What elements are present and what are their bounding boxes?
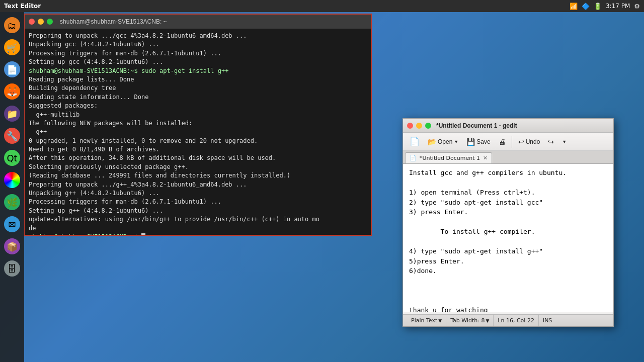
toolbar-separator [512, 136, 512, 148]
content-line-13 [409, 286, 607, 296]
insert-mode: INS [539, 315, 556, 326]
gedit-window: *Untitled Document 1 - gedit 📄 📂 Open ▼ … [403, 118, 614, 327]
open-button[interactable]: 📂 Open ▼ [424, 135, 462, 149]
bluetooth-icon: 🔷 [582, 3, 590, 10]
content-line-14 [409, 296, 607, 306]
content-line-9: 4) type "sudo apt-get install g++" [409, 246, 607, 256]
terminal-line-1: Preparing to unpack .../gcc_4%3a4.8.2-1u… [29, 32, 367, 40]
sidebar-item-files[interactable]: 🗂 [2, 15, 22, 35]
content-line-4: 2) type "sudo apt-get install gcc" [409, 198, 607, 208]
terminal-body[interactable]: Preparing to unpack .../gcc_4%3a4.8.2-1u… [25, 29, 371, 235]
settings-icon[interactable]: ⚙ [634, 3, 640, 10]
gedit-toolbar: 📄 📂 Open ▼ 💾 Save 🖨 ↩ Undo ↪ [403, 133, 613, 151]
sidebar-item-app1[interactable]: 🔧 [2, 126, 22, 146]
terminal-titlebar: shubham@shubham-SVE1513ACNB: ~ [25, 15, 371, 29]
save-button[interactable]: 💾 Save [463, 135, 494, 149]
taskbar-title: Text Editor [4, 3, 41, 10]
language-selector[interactable]: Plain Text ▼ [407, 315, 446, 326]
sidebar-item-color[interactable] [2, 170, 22, 190]
gedit-max-button[interactable] [425, 123, 431, 129]
terminal-line-17: (Reading database ... 249991 files and d… [29, 171, 367, 180]
gedit-close-button[interactable] [407, 123, 413, 129]
content-line-3: 1) open terminal (Press ctrl+t). [409, 188, 607, 198]
terminal-line-14: Need to get 0 B/1,490 B of archives. [29, 145, 367, 154]
gedit-title: *Untitled Document 1 - gedit [436, 122, 517, 129]
gedit-content[interactable]: Install gcc and g++ compilers in ubuntu.… [403, 164, 613, 312]
tab-width-label: Tab Width: 8 [450, 317, 485, 324]
gedit-titlebar: *Untitled Document 1 - gedit [403, 119, 613, 133]
sidebar-item-files3[interactable]: 🗄 [2, 258, 22, 279]
terminal-line-7: Building dependency tree [29, 84, 367, 93]
content-line-8 [409, 237, 607, 247]
tab-file-icon: 📄 [410, 155, 417, 161]
sidebar-item-firefox[interactable]: 🦊 [2, 81, 22, 102]
terminal-line-18: Preparing to unpack .../g++_4%3a4.8.2-1u… [29, 180, 367, 189]
sidebar-item-mail[interactable]: ✉ [2, 214, 22, 234]
save-icon: 💾 [466, 138, 475, 146]
gedit-min-button[interactable] [416, 123, 422, 129]
terminal-line-4: Setting up gcc (4:4.8.2-1ubuntu6) ... [29, 58, 367, 66]
new-button[interactable]: 📄 [406, 135, 423, 149]
terminal-close-button[interactable] [29, 19, 35, 25]
app2-icon: 📦 [4, 238, 20, 254]
filemanager-icon: 📁 [4, 106, 20, 122]
app1-icon: 🔧 [4, 128, 20, 144]
gedit-statusbar: Plain Text ▼ Tab Width: 8 ▼ Ln 16, Col 2… [403, 314, 613, 326]
content-line-6 [409, 217, 607, 227]
sidebar: 🗂 🛒 📄 🦊 📁 🔧 Qt 🌿 ✉ 📦 [0, 12, 24, 362]
files-icon: 🗂 [4, 17, 20, 33]
terminal-line-6: Reading package lists... Done [29, 75, 367, 84]
terminal-line-20: Processing triggers for man-db (2.6.7.1-… [29, 198, 367, 206]
green-icon: 🌿 [4, 194, 20, 210]
sidebar-item-app2[interactable]: 📦 [2, 236, 22, 256]
tab-close-button[interactable]: ✕ [483, 155, 488, 161]
content-line-1: Install gcc and g++ compilers in ubuntu. [409, 168, 607, 178]
sidebar-item-green[interactable]: 🌿 [2, 192, 22, 212]
print-icon: 🖨 [499, 138, 506, 146]
terminal-line-16: Selecting previously unselected package … [29, 163, 367, 171]
terminal-line-3: Processing triggers for man-db (2.6.7.1-… [29, 49, 367, 58]
libreoffice-icon: 📄 [4, 61, 20, 77]
redo-button[interactable]: ↪ [544, 135, 557, 149]
terminal-title: shubham@shubham-SVE1513ACNB: ~ [60, 18, 167, 25]
tabwidth-dropdown-icon: ▼ [486, 318, 489, 323]
terminal-window: shubham@shubham-SVE1513ACNB: ~ Preparing… [24, 14, 371, 235]
content-line-2 [409, 178, 607, 188]
language-dropdown-icon: ▼ [438, 318, 442, 323]
terminal-line-19: Unpacking g++ (4:4.8.2-1ubuntu6) ... [29, 189, 367, 198]
terminal-line-5: shubham@shubham-SVE1513ACNB:~$ sudo apt-… [29, 67, 367, 75]
content-line-10: 5)press Enter. [409, 256, 607, 266]
clock: 3:17 PM [606, 3, 630, 10]
terminal-line-24: shubham@shubham-SVE1513ACNB:~$ [29, 233, 367, 235]
terminal-line-8: Reading state information... Done [29, 93, 367, 102]
terminal-line-9: Suggested packages: [29, 102, 367, 110]
undo-button[interactable]: ↩ Undo [515, 135, 544, 149]
terminal-line-12: g++ [29, 128, 367, 136]
terminal-line-13: 0 upgraded, 1 newly installed, 0 to remo… [29, 137, 367, 145]
gedit-tabs: 📄 *Untitled Document 1 ✕ [403, 151, 613, 164]
cursor-position: Ln 16, Col 22 [494, 315, 539, 326]
terminal-line-10: g++-multilib [29, 111, 367, 119]
gedit-tab-untitled[interactable]: 📄 *Untitled Document 1 ✕ [405, 152, 492, 163]
content-line-11: 6)done. [409, 266, 607, 276]
terminal-line-2: Unpacking gcc (4:4.8.2-1ubuntu6) ... [29, 40, 367, 49]
new-icon: 📄 [410, 137, 420, 146]
content-line-12 [409, 276, 607, 286]
print-button[interactable]: 🖨 [495, 135, 509, 149]
terminal-min-button[interactable] [38, 19, 44, 25]
tab-width-selector[interactable]: Tab Width: 8 ▼ [446, 315, 494, 326]
sidebar-item-qt[interactable]: Qt [2, 148, 22, 168]
position-label: Ln 16, Col 22 [498, 317, 534, 324]
sidebar-item-filemanager[interactable]: 📁 [2, 104, 22, 124]
firefox-icon: 🦊 [4, 83, 20, 100]
taskbar-right: 📶 🔷 🔋 3:17 PM ⚙ [570, 3, 640, 10]
files3-icon: 🗄 [4, 260, 20, 277]
sidebar-item-libreoffice[interactable]: 📄 [2, 59, 22, 79]
terminal-line-11: The following NEW packages will be insta… [29, 119, 367, 128]
battery-icon: 🔋 [594, 3, 602, 10]
language-label: Plain Text [411, 317, 437, 324]
sidebar-item-amazon[interactable]: 🛒 [2, 37, 22, 57]
more-button[interactable]: ▼ [558, 135, 570, 149]
mode-label: INS [543, 317, 552, 324]
terminal-max-button[interactable] [47, 19, 53, 25]
